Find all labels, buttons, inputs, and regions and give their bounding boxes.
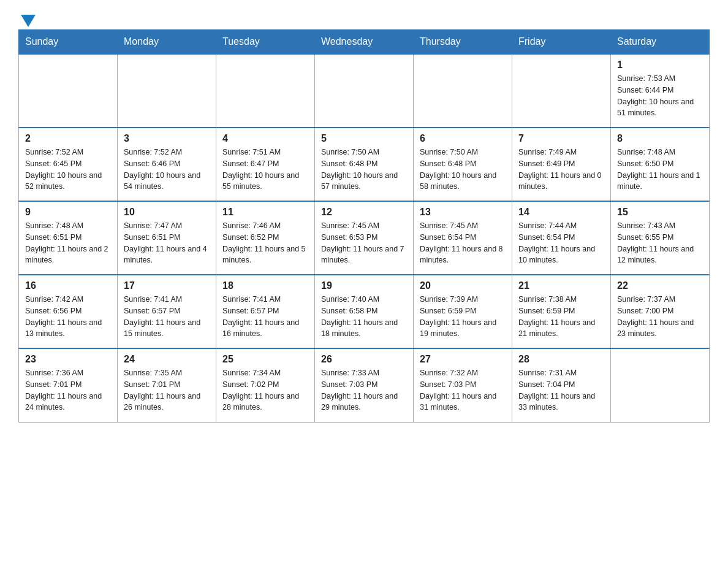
- day-info: Sunrise: 7:31 AMSunset: 7:04 PMDaylight:…: [518, 367, 604, 413]
- calendar-day-cell: 5Sunrise: 7:50 AMSunset: 6:48 PMDaylight…: [315, 128, 414, 201]
- day-number: 1: [617, 59, 703, 71]
- calendar-day-cell: 15Sunrise: 7:43 AMSunset: 6:55 PMDayligh…: [611, 201, 710, 275]
- calendar-day-cell: [611, 348, 710, 422]
- day-number: 25: [222, 354, 308, 365]
- day-number: 16: [25, 280, 111, 291]
- day-info: Sunrise: 7:48 AMSunset: 6:50 PMDaylight:…: [617, 147, 703, 193]
- day-info: Sunrise: 7:50 AMSunset: 6:48 PMDaylight:…: [321, 147, 407, 193]
- day-info: Sunrise: 7:36 AMSunset: 7:01 PMDaylight:…: [25, 367, 111, 413]
- day-number: 3: [124, 133, 210, 144]
- day-number: 13: [420, 207, 506, 218]
- day-info: Sunrise: 7:52 AMSunset: 6:45 PMDaylight:…: [25, 147, 111, 193]
- calendar-day-cell: 27Sunrise: 7:32 AMSunset: 7:03 PMDayligh…: [414, 348, 512, 422]
- day-number: 8: [617, 133, 703, 144]
- day-number: 18: [222, 280, 308, 291]
- day-number: 6: [420, 133, 506, 144]
- calendar-day-cell: 28Sunrise: 7:31 AMSunset: 7:04 PMDayligh…: [512, 348, 611, 422]
- day-info: Sunrise: 7:52 AMSunset: 6:46 PMDaylight:…: [124, 147, 210, 193]
- day-info: Sunrise: 7:47 AMSunset: 6:51 PMDaylight:…: [124, 220, 210, 266]
- day-number: 19: [321, 280, 407, 291]
- day-info: Sunrise: 7:45 AMSunset: 6:53 PMDaylight:…: [321, 220, 407, 266]
- day-of-week-header: Monday: [118, 30, 216, 55]
- calendar-week-row: 23Sunrise: 7:36 AMSunset: 7:01 PMDayligh…: [19, 348, 710, 422]
- day-info: Sunrise: 7:48 AMSunset: 6:51 PMDaylight:…: [25, 220, 111, 266]
- calendar-week-row: 1Sunrise: 7:53 AMSunset: 6:44 PMDaylight…: [19, 54, 710, 128]
- calendar-day-cell: 12Sunrise: 7:45 AMSunset: 6:53 PMDayligh…: [315, 201, 414, 275]
- day-number: 21: [518, 280, 604, 291]
- calendar-header-row: SundayMondayTuesdayWednesdayThursdayFrid…: [19, 30, 710, 55]
- day-number: 9: [25, 207, 111, 218]
- day-info: Sunrise: 7:49 AMSunset: 6:49 PMDaylight:…: [518, 147, 604, 193]
- day-info: Sunrise: 7:35 AMSunset: 7:01 PMDaylight:…: [124, 367, 210, 413]
- day-of-week-header: Sunday: [19, 30, 118, 55]
- day-of-week-header: Saturday: [611, 30, 710, 55]
- day-number: 28: [518, 354, 604, 365]
- day-info: Sunrise: 7:46 AMSunset: 6:52 PMDaylight:…: [222, 220, 308, 266]
- day-info: Sunrise: 7:50 AMSunset: 6:48 PMDaylight:…: [420, 147, 506, 193]
- calendar-day-cell: 16Sunrise: 7:42 AMSunset: 6:56 PMDayligh…: [19, 275, 118, 348]
- calendar-day-cell: 13Sunrise: 7:45 AMSunset: 6:54 PMDayligh…: [414, 201, 512, 275]
- day-info: Sunrise: 7:34 AMSunset: 7:02 PMDaylight:…: [222, 367, 308, 413]
- day-info: Sunrise: 7:40 AMSunset: 6:58 PMDaylight:…: [321, 294, 407, 340]
- calendar-day-cell: [19, 54, 118, 128]
- calendar-day-cell: 22Sunrise: 7:37 AMSunset: 7:00 PMDayligh…: [611, 275, 710, 348]
- day-number: 10: [124, 207, 210, 218]
- day-number: 17: [124, 280, 210, 291]
- day-of-week-header: Thursday: [414, 30, 512, 55]
- day-number: 4: [222, 133, 308, 144]
- calendar-day-cell: [118, 54, 216, 128]
- day-number: 5: [321, 133, 407, 144]
- day-number: 23: [25, 354, 111, 365]
- day-of-week-header: Wednesday: [315, 30, 414, 55]
- day-number: 14: [518, 207, 604, 218]
- day-info: Sunrise: 7:45 AMSunset: 6:54 PMDaylight:…: [420, 220, 506, 266]
- day-info: Sunrise: 7:39 AMSunset: 6:59 PMDaylight:…: [420, 294, 506, 340]
- calendar-day-cell: [216, 54, 315, 128]
- day-info: Sunrise: 7:44 AMSunset: 6:54 PMDaylight:…: [518, 220, 604, 266]
- day-number: 26: [321, 354, 407, 365]
- calendar-day-cell: [512, 54, 611, 128]
- day-info: Sunrise: 7:53 AMSunset: 6:44 PMDaylight:…: [617, 73, 703, 119]
- day-info: Sunrise: 7:41 AMSunset: 6:57 PMDaylight:…: [222, 294, 308, 340]
- calendar-day-cell: 7Sunrise: 7:49 AMSunset: 6:49 PMDaylight…: [512, 128, 611, 201]
- day-info: Sunrise: 7:32 AMSunset: 7:03 PMDaylight:…: [420, 367, 506, 413]
- calendar-day-cell: 20Sunrise: 7:39 AMSunset: 6:59 PMDayligh…: [414, 275, 512, 348]
- day-info: Sunrise: 7:43 AMSunset: 6:55 PMDaylight:…: [617, 220, 703, 266]
- calendar-day-cell: 6Sunrise: 7:50 AMSunset: 6:48 PMDaylight…: [414, 128, 512, 201]
- calendar-day-cell: [414, 54, 512, 128]
- day-of-week-header: Tuesday: [216, 30, 315, 55]
- calendar-week-row: 16Sunrise: 7:42 AMSunset: 6:56 PMDayligh…: [19, 275, 710, 348]
- day-of-week-header: Friday: [512, 30, 611, 55]
- calendar-day-cell: 9Sunrise: 7:48 AMSunset: 6:51 PMDaylight…: [19, 201, 118, 275]
- page-header: [18, 12, 710, 23]
- day-info: Sunrise: 7:42 AMSunset: 6:56 PMDaylight:…: [25, 294, 111, 340]
- day-number: 20: [420, 280, 506, 291]
- calendar-day-cell: 8Sunrise: 7:48 AMSunset: 6:50 PMDaylight…: [611, 128, 710, 201]
- calendar-day-cell: 14Sunrise: 7:44 AMSunset: 6:54 PMDayligh…: [512, 201, 611, 275]
- calendar-table: SundayMondayTuesdayWednesdayThursdayFrid…: [18, 29, 710, 423]
- logo: [18, 12, 36, 23]
- day-info: Sunrise: 7:33 AMSunset: 7:03 PMDaylight:…: [321, 367, 407, 413]
- day-info: Sunrise: 7:38 AMSunset: 6:59 PMDaylight:…: [518, 294, 604, 340]
- calendar-day-cell: 18Sunrise: 7:41 AMSunset: 6:57 PMDayligh…: [216, 275, 315, 348]
- day-info: Sunrise: 7:51 AMSunset: 6:47 PMDaylight:…: [222, 147, 308, 193]
- day-info: Sunrise: 7:37 AMSunset: 7:00 PMDaylight:…: [617, 294, 703, 340]
- calendar-day-cell: 11Sunrise: 7:46 AMSunset: 6:52 PMDayligh…: [216, 201, 315, 275]
- calendar-day-cell: 19Sunrise: 7:40 AMSunset: 6:58 PMDayligh…: [315, 275, 414, 348]
- calendar-day-cell: 21Sunrise: 7:38 AMSunset: 6:59 PMDayligh…: [512, 275, 611, 348]
- logo-arrow-icon: [21, 15, 36, 27]
- day-number: 12: [321, 207, 407, 218]
- day-number: 2: [25, 133, 111, 144]
- calendar-day-cell: 26Sunrise: 7:33 AMSunset: 7:03 PMDayligh…: [315, 348, 414, 422]
- logo-general: [18, 12, 36, 27]
- day-info: Sunrise: 7:41 AMSunset: 6:57 PMDaylight:…: [124, 294, 210, 340]
- calendar-week-row: 2Sunrise: 7:52 AMSunset: 6:45 PMDaylight…: [19, 128, 710, 201]
- day-number: 27: [420, 354, 506, 365]
- calendar-day-cell: [315, 54, 414, 128]
- day-number: 7: [518, 133, 604, 144]
- day-number: 22: [617, 280, 703, 291]
- calendar-day-cell: 23Sunrise: 7:36 AMSunset: 7:01 PMDayligh…: [19, 348, 118, 422]
- calendar-week-row: 9Sunrise: 7:48 AMSunset: 6:51 PMDaylight…: [19, 201, 710, 275]
- day-number: 11: [222, 207, 308, 218]
- calendar-day-cell: 10Sunrise: 7:47 AMSunset: 6:51 PMDayligh…: [118, 201, 216, 275]
